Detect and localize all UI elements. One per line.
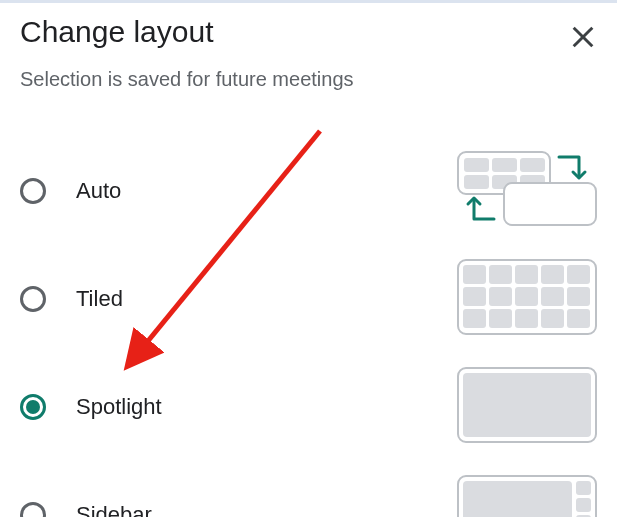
radio-tiled[interactable] bbox=[20, 286, 46, 312]
svg-rect-3 bbox=[464, 158, 489, 172]
svg-rect-29 bbox=[463, 481, 572, 517]
layout-option-tiled[interactable]: Tiled bbox=[20, 245, 597, 353]
layout-option-spotlight[interactable]: Spotlight bbox=[20, 353, 597, 461]
svg-rect-20 bbox=[567, 287, 590, 306]
svg-rect-22 bbox=[489, 309, 512, 328]
option-label-auto: Auto bbox=[76, 178, 121, 204]
svg-rect-15 bbox=[567, 265, 590, 284]
svg-rect-21 bbox=[463, 309, 486, 328]
radio-auto[interactable] bbox=[20, 178, 46, 204]
svg-rect-12 bbox=[489, 265, 512, 284]
svg-rect-23 bbox=[515, 309, 538, 328]
svg-rect-9 bbox=[504, 183, 596, 225]
svg-rect-4 bbox=[492, 158, 517, 172]
svg-rect-19 bbox=[541, 287, 564, 306]
svg-rect-30 bbox=[576, 481, 591, 495]
svg-rect-31 bbox=[576, 498, 591, 512]
layout-option-sidebar[interactable]: Sidebar bbox=[20, 461, 597, 517]
preview-sidebar-icon bbox=[457, 475, 597, 517]
radio-spotlight[interactable] bbox=[20, 394, 46, 420]
change-layout-dialog: Change layout Selection is saved for fut… bbox=[0, 3, 617, 517]
preview-spotlight-icon bbox=[457, 367, 597, 447]
close-icon bbox=[569, 23, 597, 51]
svg-rect-5 bbox=[520, 158, 545, 172]
svg-rect-11 bbox=[463, 265, 486, 284]
option-label-spotlight: Spotlight bbox=[76, 394, 162, 420]
radio-sidebar[interactable] bbox=[20, 502, 46, 517]
svg-rect-14 bbox=[541, 265, 564, 284]
svg-rect-24 bbox=[541, 309, 564, 328]
svg-rect-18 bbox=[515, 287, 538, 306]
svg-rect-27 bbox=[463, 373, 591, 437]
dialog-header: Change layout bbox=[20, 15, 597, 58]
dialog-title: Change layout bbox=[20, 15, 213, 49]
svg-rect-25 bbox=[567, 309, 590, 328]
option-label-sidebar: Sidebar bbox=[76, 502, 152, 517]
svg-rect-6 bbox=[464, 175, 489, 189]
layout-options: Auto bbox=[20, 137, 597, 517]
svg-rect-16 bbox=[463, 287, 486, 306]
close-button[interactable] bbox=[565, 19, 601, 58]
preview-auto-icon bbox=[457, 151, 597, 231]
dialog-subtitle: Selection is saved for future meetings bbox=[20, 68, 597, 91]
preview-tiled-icon bbox=[457, 259, 597, 339]
svg-rect-17 bbox=[489, 287, 512, 306]
svg-rect-13 bbox=[515, 265, 538, 284]
option-label-tiled: Tiled bbox=[76, 286, 123, 312]
layout-option-auto[interactable]: Auto bbox=[20, 137, 597, 245]
